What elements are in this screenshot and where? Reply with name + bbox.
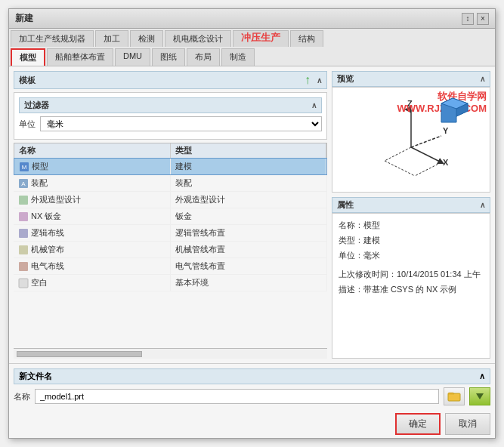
td-name-7[interactable]: 空白 xyxy=(14,275,171,291)
tab-structure[interactable]: 结构 xyxy=(290,30,323,47)
tab-ship[interactable]: 船舶整体布置 xyxy=(47,48,113,66)
tab-machining[interactable]: 加工 xyxy=(95,30,128,47)
folder-button[interactable] xyxy=(444,387,465,405)
tab-production[interactable]: 加工生产线规划器 xyxy=(11,30,94,47)
svg-rect-22 xyxy=(448,393,460,401)
restore-button[interactable]: ↕ xyxy=(462,13,474,25)
cancel-button[interactable]: 取消 xyxy=(445,413,490,435)
unit-select[interactable]: 毫米 英寸 所有 xyxy=(40,116,322,131)
right-panel: 预览 ∧ 软件自学网 WWW.RJZXW.COM xyxy=(332,71,490,359)
tab-layout[interactable]: 布局 xyxy=(187,48,220,66)
prop-label-unit: 单位： xyxy=(339,248,363,264)
td-name-4[interactable]: 逻辑布线 xyxy=(14,225,171,241)
prop-row-type: 类型： 建模 xyxy=(339,233,484,248)
content-area: 模板 ↑ ∧ 过滤器 ∧ 单位 毫米 英寸 所有 xyxy=(9,66,495,363)
td-type-4[interactable]: 逻辑管线布置 xyxy=(171,225,328,241)
templates-section-header: 模板 ↑ ∧ xyxy=(14,71,327,89)
svg-line-11 xyxy=(411,136,441,147)
tab-dmu[interactable]: DMU xyxy=(115,48,150,66)
green-arrow-button[interactable] xyxy=(469,387,490,405)
3d-shape-icon xyxy=(438,92,472,128)
close-button[interactable]: × xyxy=(477,13,489,25)
td-type-1[interactable]: 装配 xyxy=(171,175,328,191)
properties-section: 属性 ∧ 名称： 模型 类型： 建模 单位： 毫米 xyxy=(332,197,490,359)
table-row[interactable]: 机械管布 机械管线布置 xyxy=(14,242,327,258)
svg-rect-6 xyxy=(19,229,28,238)
svg-marker-23 xyxy=(476,393,484,399)
prop-label-modified: 上次修改时间： xyxy=(339,267,397,282)
blank-icon xyxy=(18,278,29,288)
table-row[interactable]: 空白 基本环境 xyxy=(14,275,327,291)
filename-header: 新文件名 ∧ xyxy=(14,368,490,384)
table-row[interactable]: A 装配 装配 xyxy=(14,175,327,192)
preview-section: 预览 ∧ 软件自学网 WWW.RJZXW.COM xyxy=(332,71,490,193)
td-type-0[interactable]: 建模 xyxy=(171,159,327,174)
td-name-3[interactable]: NX 钣金 xyxy=(14,208,171,224)
td-name-5[interactable]: 机械管布 xyxy=(14,242,171,257)
sheetmetal-icon xyxy=(18,211,29,222)
prop-row-unit: 单位： 毫米 xyxy=(339,248,484,264)
td-type-6[interactable]: 电气管线布置 xyxy=(171,258,328,274)
svg-line-10 xyxy=(411,147,441,162)
prop-label-type: 类型： xyxy=(339,233,363,248)
svg-line-13 xyxy=(385,147,411,161)
svg-text:A: A xyxy=(21,180,26,187)
tab-manufacturing[interactable]: 制造 xyxy=(221,48,255,66)
table-inner[interactable]: M 模型 建模 A 装配 装配 xyxy=(14,158,327,348)
filter-label: 过滤器 xyxy=(24,100,49,111)
table-row[interactable]: 逻辑布线 逻辑管线布置 xyxy=(14,225,327,242)
properties-header: 属性 ∧ xyxy=(332,197,490,213)
filter-section: 过滤器 ∧ 单位 毫米 英寸 所有 xyxy=(14,92,327,140)
preview-chevron: ∧ xyxy=(480,75,485,83)
preview-header: 预览 ∧ xyxy=(332,71,490,87)
filename-input[interactable] xyxy=(35,389,439,404)
td-name-6[interactable]: 电气布线 xyxy=(14,258,171,274)
properties-label: 属性 xyxy=(337,199,354,211)
td-name-1[interactable]: A 装配 xyxy=(14,175,171,191)
prop-value-type: 建模 xyxy=(363,233,380,248)
filter-header: 过滤器 ∧ xyxy=(19,97,322,113)
tab-bar-row2: 模型 船舶整体布置 DMU 图纸 布局 制造 xyxy=(9,47,495,66)
prop-label-name: 名称： xyxy=(339,218,363,233)
td-type-7[interactable]: 基本环境 xyxy=(171,275,328,291)
tab-model[interactable]: 模型 xyxy=(11,48,45,66)
filter-row: 单位 毫米 英寸 所有 xyxy=(19,116,322,131)
electrical-icon xyxy=(18,261,29,272)
table-row[interactable]: NX 钣金 钣金 xyxy=(14,208,327,225)
assembly-icon: A xyxy=(18,178,29,189)
svg-rect-5 xyxy=(19,212,28,221)
folder-icon xyxy=(447,390,461,402)
unit-label: 单位 xyxy=(19,119,36,130)
filename-section: 新文件名 ∧ 名称 xyxy=(9,363,495,410)
table-row[interactable]: M 模型 建模 xyxy=(14,158,327,175)
title-bar: 新建 ↕ × xyxy=(9,9,495,29)
svg-rect-7 xyxy=(19,245,28,254)
tab-mechatronics[interactable]: 机电概念设计 xyxy=(165,30,231,47)
action-row: 确定 取消 xyxy=(9,410,495,438)
table-h-scrollbar[interactable] xyxy=(14,348,327,359)
td-name-2[interactable]: 外观造型设计 xyxy=(14,192,171,208)
templates-table: 名称 类型 M 模型 建模 xyxy=(14,143,327,359)
td-type-5[interactable]: 机械管线布置 xyxy=(171,242,328,257)
properties-box: 名称： 模型 类型： 建模 单位： 毫米 上次修改时间： 10/14/201 xyxy=(332,213,490,359)
table-row[interactable]: 外观造型设计 外观造型设计 xyxy=(14,192,327,208)
tab-stamping[interactable]: 冲压生产 xyxy=(233,30,289,47)
svg-text:Z: Z xyxy=(407,99,413,108)
prop-row-desc: 描述： 带基准 CSYS 的 NX 示例 xyxy=(339,282,484,297)
tab-drawing[interactable]: 图纸 xyxy=(152,48,185,66)
svg-line-14 xyxy=(385,161,415,176)
td-type-2[interactable]: 外观造型设计 xyxy=(171,192,328,208)
svg-text:X: X xyxy=(443,158,449,167)
tab-inspection[interactable]: 检测 xyxy=(130,30,163,47)
down-arrow-icon xyxy=(474,390,486,402)
pipe-icon xyxy=(18,245,29,255)
svg-rect-8 xyxy=(19,262,28,271)
design-icon xyxy=(18,195,29,205)
prop-row-modified: 上次修改时间： 10/14/2015 01:34 上午 xyxy=(339,267,484,282)
table-row[interactable]: 电气布线 电气管线布置 xyxy=(14,258,327,275)
preview-box: 软件自学网 WWW.RJZXW.COM xyxy=(332,87,490,193)
td-type-3[interactable]: 钣金 xyxy=(171,208,328,224)
td-name-0[interactable]: M 模型 xyxy=(14,159,171,174)
confirm-button[interactable]: 确定 xyxy=(395,413,441,435)
svg-line-15 xyxy=(415,162,441,176)
